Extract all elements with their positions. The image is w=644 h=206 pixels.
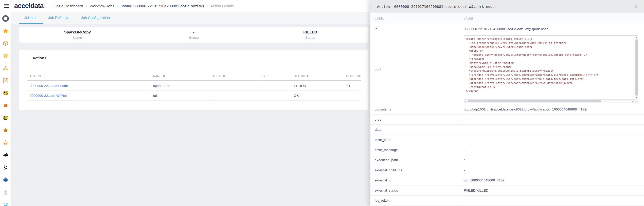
druid-dots-icon[interactable] xyxy=(2,164,9,171)
zeppelin-icon[interactable] xyxy=(2,177,9,183)
breadcrumb-separator-icon: » xyxy=(85,4,87,8)
vertical-scroll-thumb[interactable] xyxy=(635,39,638,96)
actions-title: Actions xyxy=(19,56,368,60)
star-outline-icon[interactable] xyxy=(2,139,9,146)
close-icon[interactable]: ✕ xyxy=(633,4,639,10)
breadcrumb-job-id[interactable]: JobId(0000000-221017164200881-oozie-oozi… xyxy=(121,4,204,8)
detail-row-error-code: error_code - xyxy=(370,135,644,145)
job-group-label: Group xyxy=(136,36,252,40)
breadcrumb-action-details: Action Details xyxy=(210,4,234,8)
vertical-scrollbar[interactable]: ▲ ▼ xyxy=(635,36,638,99)
job-summary-card: SparkFileCopy Name - Group KILLED Status xyxy=(19,27,368,43)
job-tabs: Job Info Job Definition Job Configuratio… xyxy=(11,12,370,24)
cell-transition: fail xyxy=(343,84,361,88)
column-type: TYPE xyxy=(260,74,292,78)
conf-xml-box: <spark xmlns="uri:oozie:spark-action:0.1… xyxy=(464,35,638,103)
label-column-header: LABEL xyxy=(370,17,464,20)
detail-row-external-id: external_id job_1666004648666_4182 xyxy=(370,175,644,185)
breadcrumb-workflow-jobs[interactable]: Workflow Jobs xyxy=(90,4,114,8)
service-sidebar xyxy=(0,12,11,206)
summary-name: SparkFileCopy Name xyxy=(19,30,136,40)
conf-xml-content: <spark xmlns="uri:oozie:spark-action:0.1… xyxy=(464,36,635,99)
sort-icon[interactable] xyxy=(223,75,225,77)
detail-row-console-url: console_url http://hdp1001.trl.iti.accel… xyxy=(370,104,644,115)
cell-status: OK xyxy=(292,94,343,98)
droplet-icon[interactable] xyxy=(2,189,9,196)
job-status-value: KILLED xyxy=(252,30,368,34)
column-status[interactable]: STATUS xyxy=(292,74,343,78)
oozie-dashboard-icon[interactable] xyxy=(2,15,9,22)
cell-name: spark-node xyxy=(151,84,210,88)
cell-appid: - xyxy=(210,94,260,98)
orca-icon[interactable] xyxy=(2,152,9,158)
job-status-label: Status xyxy=(252,36,368,40)
action-detail-panel: Action: 0000000-221017164200881-oozie-oo… xyxy=(370,0,644,206)
table-row: 0000000-22...spark-node spark-node - - E… xyxy=(27,81,361,91)
detail-row-external-status: external_status FAILED/KILLED xyxy=(370,185,644,196)
tab-job-definition[interactable]: Job Definition xyxy=(43,12,76,24)
layers-icon[interactable] xyxy=(2,52,9,59)
scroll-left-icon[interactable]: ◄ xyxy=(464,100,467,103)
detail-row-cred: cred - xyxy=(370,115,644,125)
detail-row-execution-path: execution_path / xyxy=(370,155,644,165)
tab-job-info[interactable]: Job Info xyxy=(19,12,43,24)
scroll-up-icon[interactable]: ▲ xyxy=(635,36,638,39)
logo-divider xyxy=(49,3,49,9)
column-appid[interactable]: APPID xyxy=(210,74,260,78)
package-icon[interactable] xyxy=(2,40,9,47)
sort-icon[interactable] xyxy=(307,75,309,77)
detail-row-error-message: error_message - xyxy=(370,145,644,155)
detail-row-conf: conf <spark xmlns="uri:oozie:spark-actio… xyxy=(370,34,644,104)
detail-row-data: data - xyxy=(370,125,644,135)
horizontal-scroll-thumb[interactable] xyxy=(468,100,601,102)
scrollbar-corner xyxy=(635,99,638,103)
actions-table-header: ACTION ID NAME APPID TYPE STATUS xyxy=(27,72,361,81)
cell-type: - xyxy=(260,84,292,88)
cell-appid: - xyxy=(210,84,260,88)
action-id-link[interactable]: 0000000-22...ozi-W@fail xyxy=(30,94,67,98)
pig-icon[interactable] xyxy=(2,90,9,96)
detail-row-log-token: log_token - xyxy=(370,196,644,206)
cell-type: - xyxy=(260,94,292,98)
cell-transition: - xyxy=(343,94,361,98)
job-name-label: Name xyxy=(19,36,136,40)
detail-row-id: id 0000000-221017164200881-oozie-oozi-W@… xyxy=(370,24,644,34)
summary-status: KILLED Status xyxy=(252,30,368,40)
actions-table: ACTION ID NAME APPID TYPE STATUS xyxy=(27,72,361,101)
metrics-chart-icon[interactable] xyxy=(2,77,9,84)
cell-name: fail xyxy=(151,94,210,98)
job-name-value: SparkFileCopy xyxy=(19,30,136,34)
main-area: Job Info Job Definition Job Configuratio… xyxy=(11,12,370,206)
summary-group: - Group xyxy=(136,30,252,40)
breadcrumb-separator-icon: » xyxy=(117,4,119,8)
cell-status: ERROR xyxy=(292,84,343,88)
hamburger-menu-icon[interactable] xyxy=(4,4,9,8)
horizontal-scrollbar[interactable]: ◄ ► xyxy=(464,99,635,103)
value-column-header: VALUE xyxy=(464,17,644,20)
acceldata-logo: acceldata xyxy=(14,2,44,10)
stream-arcs-icon[interactable] xyxy=(2,201,9,206)
star-service-icon[interactable] xyxy=(2,127,9,134)
chameleon-icon[interactable] xyxy=(2,102,9,109)
actions-card: Actions ACTION ID NAME APPID TYPE xyxy=(19,50,368,110)
breadcrumb: Oozie Dashboard » Workflow Jobs » JobId(… xyxy=(53,4,234,8)
column-transition[interactable]: TRANSITION xyxy=(343,74,361,78)
detail-panel-title: Action: 0000000-221017164200881-oozie-oo… xyxy=(377,5,633,9)
sort-icon[interactable] xyxy=(163,75,165,77)
scroll-down-icon[interactable]: ▼ xyxy=(635,96,638,99)
job-group-value: - xyxy=(136,30,252,34)
detail-table-header: LABEL VALUE xyxy=(370,13,644,24)
table-row: 0000000-22...ozi-W@fail fail - - OK - xyxy=(27,91,361,101)
breadcrumb-oozie-dashboard[interactable]: Oozie Dashboard xyxy=(53,4,83,8)
action-id-link[interactable]: 0000000-22...spark-node xyxy=(30,84,68,88)
detail-row-external-child-ids: external_child_ids - xyxy=(370,165,644,175)
column-action-id: ACTION ID xyxy=(27,74,151,78)
tab-job-configuration[interactable]: Job Configuration xyxy=(76,12,115,24)
scroll-right-icon[interactable]: ► xyxy=(631,100,635,103)
breadcrumb-separator-icon: » xyxy=(206,4,208,8)
detail-panel-header: Action: 0000000-221017164200881-oozie-oo… xyxy=(370,0,644,13)
hive-icon[interactable] xyxy=(2,115,9,121)
column-name[interactable]: NAME xyxy=(151,74,210,78)
topology-icon[interactable] xyxy=(2,65,9,71)
home-icon[interactable] xyxy=(2,28,9,34)
